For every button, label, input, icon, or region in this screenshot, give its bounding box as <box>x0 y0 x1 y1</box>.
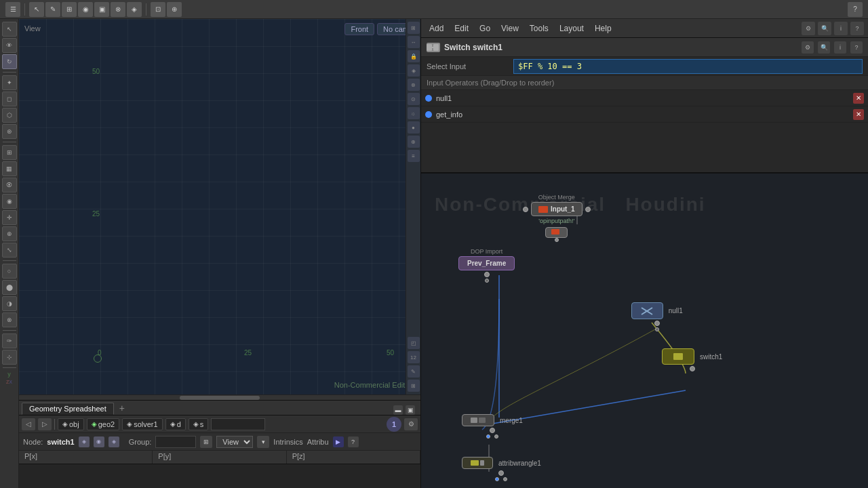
tab-maximize-btn[interactable]: ▣ <box>406 405 415 415</box>
node-dop-import-box[interactable]: Prev_Frame <box>458 256 515 270</box>
right-icon-help[interactable]: ? <box>850 22 864 35</box>
select-input-field[interactable] <box>513 59 863 74</box>
ss-back-btn[interactable]: ◁ <box>22 418 35 430</box>
view-select[interactable]: View <box>216 436 253 448</box>
rt-btn-10[interactable]: ≡ <box>408 150 420 162</box>
rt-btn-6[interactable]: ⊙ <box>408 93 420 105</box>
tab-add-button[interactable]: + <box>115 401 129 415</box>
tool-move[interactable]: ✛ <box>2 210 17 225</box>
prop-icon-info[interactable]: i <box>834 41 846 54</box>
tool-7[interactable]: ⊕ <box>2 226 17 241</box>
node-flag2-icon[interactable]: ◈ <box>108 436 119 447</box>
tool-view[interactable]: 👁 <box>2 38 17 53</box>
rt-btn-9[interactable]: ⊕ <box>408 136 420 148</box>
op-getinfo-remove[interactable]: ✕ <box>853 109 864 120</box>
node-null1[interactable]: ___ null1 <box>631 302 683 331</box>
view-front-button[interactable]: Front <box>344 23 374 35</box>
tool-9[interactable]: ⬤ <box>2 280 17 295</box>
right-menu-edit[interactable]: Edit <box>450 22 473 35</box>
tool-icon-7[interactable]: ◈ <box>127 2 142 17</box>
view-dropdown-icon[interactable]: ▾ <box>257 436 269 448</box>
tool-13[interactable]: ⊹ <box>2 350 17 365</box>
node-object-merge[interactable]: Object Merge Input_1 'opinputpath!' <box>523 194 591 242</box>
right-icon-info[interactable]: i <box>834 22 848 35</box>
ss-path-s[interactable]: ◈ s <box>189 418 209 430</box>
tool-icon-4[interactable]: ◉ <box>78 2 93 17</box>
node-type-icon[interactable]: ◈ <box>79 436 90 447</box>
tool-coord[interactable]: yzx <box>6 371 12 386</box>
rt-btn-num[interactable]: 12 <box>408 351 420 363</box>
prop-icon-search[interactable]: 🔍 <box>818 41 830 54</box>
node-object-merge-box[interactable]: Input_1 <box>531 202 583 216</box>
right-icon-settings[interactable]: ⚙ <box>802 22 815 35</box>
tool-grid[interactable]: ▦ <box>2 161 17 176</box>
node-dop-import[interactable]: DOP Import Prev_Frame <box>458 248 515 283</box>
help-icon[interactable]: ? <box>848 2 863 17</box>
tool-5[interactable]: ⦿ <box>2 178 17 192</box>
tool-4[interactable]: ⊛ <box>2 124 17 139</box>
prop-icon-settings[interactable]: ⚙ <box>802 41 814 54</box>
ss-path-solver[interactable]: ◈ solver1 <box>122 418 162 430</box>
ss-path-d[interactable]: ◈ d <box>165 418 186 430</box>
node-network[interactable]: Non-Commercial Houdini <box>421 174 868 488</box>
right-menu-go[interactable]: Go <box>475 22 494 35</box>
tool-3[interactable]: ⬡ <box>2 108 17 123</box>
ss-path-geo[interactable]: ◈ geo2 <box>87 418 119 430</box>
tool-icon-2[interactable]: ✎ <box>45 2 60 17</box>
tool-2[interactable]: ◻ <box>2 92 17 106</box>
tool-12[interactable]: ✑ <box>2 333 17 348</box>
rt-btn-11[interactable]: ◰ <box>408 337 420 349</box>
right-menu-view[interactable]: View <box>497 22 523 35</box>
tool-icon-5[interactable]: ▣ <box>94 2 109 17</box>
spreadsheet-tab[interactable]: Geometry Spreadsheet <box>22 403 114 415</box>
node-merge1-box[interactable] <box>462 414 494 426</box>
rt-btn-3[interactable]: 🔒 <box>408 50 420 62</box>
right-menu-help[interactable]: Help <box>591 22 616 35</box>
node-flag-icon[interactable]: ◉ <box>94 436 104 447</box>
tool-11[interactable]: ⊗ <box>2 312 17 327</box>
scrollbar-thumb[interactable] <box>180 396 260 400</box>
op-null1-remove[interactable]: ✕ <box>853 93 864 104</box>
group-filter-icon[interactable]: ⊞ <box>200 436 212 448</box>
ss-settings-btn[interactable]: ⚙ <box>404 418 418 430</box>
rt-btn-4[interactable]: ◈ <box>408 64 420 77</box>
node-switch1-box[interactable] <box>662 348 694 365</box>
tool-10[interactable]: ◑ <box>2 296 17 311</box>
tool-6[interactable]: ◉ <box>2 194 17 209</box>
tool-icon-6[interactable]: ⊗ <box>111 2 125 17</box>
rt-btn-2[interactable]: ↔ <box>408 36 420 48</box>
tool-scale[interactable]: ⤡ <box>2 243 17 258</box>
tool-icon-3[interactable]: ⊞ <box>62 2 77 17</box>
node-help-icon[interactable]: ? <box>348 436 359 447</box>
ss-filter-input[interactable] <box>211 418 265 430</box>
rt-btn-1[interactable]: ⊞ <box>408 22 420 34</box>
tool-icon-9[interactable]: ⊕ <box>167 2 182 17</box>
attrib-arrow-icon[interactable]: ▶ <box>333 436 344 447</box>
right-menu-layout[interactable]: Layout <box>555 22 588 35</box>
rt-btn-5[interactable]: ⊗ <box>408 79 420 91</box>
node-merge1[interactable]: merge1 <box>462 414 523 439</box>
right-menu-tools[interactable]: Tools <box>526 22 553 35</box>
rt-btn-12[interactable]: ✎ <box>408 365 420 378</box>
group-input[interactable] <box>155 436 196 448</box>
tool-rotate[interactable]: ↻ <box>2 54 17 69</box>
tool-8[interactable]: ○ <box>2 264 17 279</box>
rt-btn-7[interactable]: ☼ <box>408 107 420 119</box>
tab-minimize-btn[interactable]: ▬ <box>393 405 403 415</box>
node-attribwrangle1[interactable]: attribwrangle1 <box>462 457 541 481</box>
node-attribwrangle1-box[interactable] <box>462 457 493 469</box>
tool-1[interactable]: ✦ <box>2 75 17 90</box>
viewport-scrollbar[interactable] <box>19 394 420 400</box>
viewport[interactable]: View Front No cam 50 25 0 25 50 Non-Comm… <box>19 19 420 394</box>
node-switch1[interactable]: switch1 <box>662 348 722 371</box>
prop-icon-help[interactable]: ? <box>850 41 863 54</box>
node-null1-box[interactable]: ___ <box>631 302 663 319</box>
tool-icon-1[interactable]: ↖ <box>29 2 44 17</box>
node-opinputpath-box[interactable] <box>545 227 568 238</box>
tool-icon-8[interactable]: ⊡ <box>151 2 165 17</box>
app-menu-icon[interactable]: ☰ <box>5 2 20 17</box>
rt-btn-8[interactable]: ● <box>408 121 420 134</box>
ss-path-obj[interactable]: ◈ obj <box>58 418 84 430</box>
right-icon-search[interactable]: 🔍 <box>818 22 831 35</box>
tool-snap[interactable]: ⊞ <box>2 145 17 160</box>
